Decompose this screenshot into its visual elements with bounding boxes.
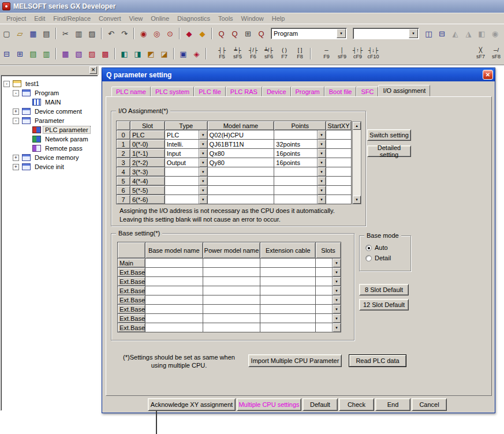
collapse-icon[interactable]: - — [13, 90, 19, 96]
chevron-down-icon[interactable]: ▼ — [199, 177, 207, 185]
write-mode-icon[interactable]: ◆ — [196, 27, 209, 40]
check-button[interactable]: Check — [339, 398, 374, 411]
note-display-icon[interactable]: ▦ — [59, 47, 72, 60]
undo-icon[interactable]: ↶ — [104, 27, 118, 40]
tree-item-device-init[interactable]: + Device init — [1, 162, 98, 171]
chevron-down-icon[interactable]: ▼ — [332, 259, 341, 267]
tab-plc-system[interactable]: PLC system — [151, 87, 194, 96]
ladder-mode-icon[interactable]: ⊟ — [0, 47, 13, 60]
chevron-down-icon[interactable]: ▼ — [317, 149, 326, 158]
redo-icon[interactable]: ↷ — [118, 27, 131, 40]
coil-button[interactable]: ( )F7 — [277, 45, 292, 62]
base-model-cell[interactable] — [145, 323, 203, 332]
startxy-cell[interactable] — [326, 158, 352, 167]
monitor-write-icon[interactable]: ◎ — [150, 27, 163, 40]
chevron-down-icon[interactable]: ▼ — [332, 323, 341, 332]
tree-item-device-comment[interactable]: + Device comment — [1, 107, 98, 116]
menu-item[interactable]: View — [125, 14, 147, 23]
parallel-closed-contact-button[interactable]: ┷/├sF6 — [261, 45, 277, 62]
slot8-default-button[interactable]: 8 Slot Default — [359, 284, 409, 295]
project-list-icon[interactable]: ◫ — [422, 27, 435, 40]
tree-item-device-memory[interactable]: + Device memory — [1, 153, 98, 162]
read-plc-data-button[interactable]: Read PLC data — [349, 354, 406, 367]
extension-cable-cell[interactable] — [260, 268, 316, 277]
tab-plc-file[interactable]: PLC file — [194, 87, 226, 96]
search-icon[interactable]: ◉ — [488, 27, 502, 40]
extension-cable-cell[interactable] — [260, 305, 316, 314]
tree-item-test1[interactable]: - test1 — [1, 79, 98, 88]
parallel-open-contact-button[interactable]: ┷├sF5 — [230, 45, 245, 62]
chevron-down-icon[interactable]: ▼ — [317, 186, 326, 194]
menu-item[interactable]: Edit — [30, 14, 49, 23]
find-next-icon[interactable]: ◮ — [462, 27, 475, 40]
print-icon[interactable]: ▤ — [40, 27, 53, 40]
menu-item[interactable]: Find/Replace — [49, 14, 95, 23]
secondary-selector[interactable]: ▼ — [353, 28, 419, 39]
points-combo[interactable]: ▼ — [274, 167, 326, 177]
chevron-down-icon[interactable]: ▼ — [332, 286, 341, 295]
base-model-cell[interactable] — [145, 268, 203, 277]
paste-icon[interactable]: ▨ — [85, 27, 99, 40]
convert-icon[interactable]: ◨ — [131, 47, 144, 60]
model-name-cell[interactable] — [208, 177, 275, 186]
menu-item[interactable]: Convert — [95, 14, 125, 23]
menu-item[interactable]: Project — [2, 14, 30, 23]
vertical-line-button[interactable]: │sF9 — [334, 45, 350, 62]
extension-cable-cell[interactable] — [260, 259, 316, 268]
menu-item[interactable]: Online — [147, 14, 173, 23]
slots-combo[interactable]: ▼ — [316, 323, 341, 332]
chevron-down-icon[interactable]: ▼ — [317, 195, 326, 204]
closed-contact-button[interactable]: ┤/├F6 — [245, 45, 261, 62]
grid-display-icon[interactable]: ⊞ — [241, 27, 255, 40]
type-combo[interactable]: Output▼ — [165, 158, 208, 167]
tab-boot-file[interactable]: Boot file — [324, 87, 357, 96]
chevron-down-icon[interactable]: ▼ — [199, 140, 207, 148]
slots-combo[interactable]: ▼ — [316, 259, 341, 268]
base-model-cell[interactable] — [145, 277, 203, 286]
slots-combo[interactable]: ▼ — [316, 314, 341, 323]
points-combo[interactable]: ▼ — [274, 186, 326, 195]
chevron-down-icon[interactable]: ▼ — [332, 268, 341, 276]
io-table-scrollbar[interactable]: ▲ ▼ — [352, 121, 361, 204]
power-model-cell[interactable] — [203, 268, 261, 277]
zoom-window-icon[interactable]: Q — [255, 27, 268, 40]
program-check-icon[interactable]: ◧ — [118, 47, 131, 60]
chevron-down-icon[interactable]: ▼ — [199, 130, 207, 139]
chevron-down-icon[interactable]: ▼ — [332, 295, 341, 304]
model-name-cell[interactable] — [208, 195, 275, 204]
new-project-icon[interactable]: ▢ — [0, 27, 13, 40]
application-instruction-button[interactable]: [ ]F8 — [292, 45, 308, 62]
model-name-cell[interactable] — [208, 186, 275, 195]
horizontal-line-button[interactable]: ─F9 — [319, 45, 334, 62]
import-multiple-cpu-button[interactable]: Import Multiple CPU Parameter — [248, 354, 342, 367]
dialog-close-button[interactable]: ✕ — [483, 70, 493, 80]
collapse-icon[interactable]: - — [13, 118, 19, 124]
monitor-stop-icon[interactable]: ⊙ — [163, 27, 177, 40]
acknowledge-xy-assignment-button[interactable]: Acknowledge XY assignment — [148, 398, 236, 411]
scroll-down-icon[interactable]: ▼ — [353, 196, 361, 204]
startxy-cell[interactable] — [326, 167, 352, 177]
slots-combo[interactable]: ▼ — [316, 268, 341, 277]
menu-item[interactable]: Window — [237, 14, 268, 23]
chevron-down-icon[interactable]: ▼ — [337, 29, 346, 38]
falling-pulse-button[interactable]: ┤↓├cF10 — [365, 45, 381, 62]
save-project-icon[interactable]: ▦ — [27, 27, 40, 40]
power-model-cell[interactable] — [203, 259, 261, 268]
tab-program[interactable]: Program — [291, 87, 324, 96]
model-name-cell[interactable] — [208, 167, 275, 177]
chevron-down-icon[interactable]: ▼ — [199, 149, 207, 158]
menu-item[interactable]: Diagnostics — [173, 14, 214, 23]
base-model-cell[interactable] — [145, 295, 203, 305]
model-name-cell[interactable]: Qx80 — [208, 149, 275, 158]
power-model-cell[interactable] — [203, 277, 261, 286]
chevron-down-icon[interactable]: ▼ — [332, 277, 341, 286]
tab-io-assignment[interactable]: I/O assignment — [378, 85, 430, 96]
slots-combo[interactable]: ▼ — [316, 286, 341, 295]
extension-cable-cell[interactable] — [260, 277, 316, 286]
multiple-cpu-settings-button[interactable]: Multiple CPU settings — [237, 398, 301, 411]
slots-combo[interactable]: ▼ — [316, 277, 341, 286]
power-model-cell[interactable] — [203, 286, 261, 295]
power-model-cell[interactable] — [203, 323, 261, 332]
comment-display-icon[interactable]: ▤ — [27, 47, 40, 60]
cancel-button[interactable]: Cancel — [412, 398, 447, 411]
